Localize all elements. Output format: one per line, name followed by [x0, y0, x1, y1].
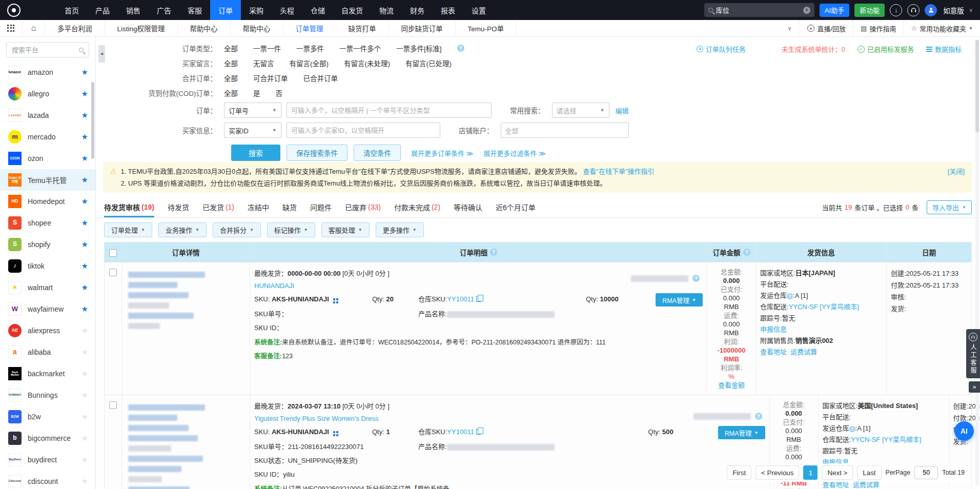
dispatch-link[interactable]: YYCN-SF [YY菜鸟顺丰] [851, 436, 921, 443]
sidebar-item-homedepot[interactable]: HDHomedepot★ [0, 191, 95, 212]
star-icon[interactable]: ★ [81, 434, 88, 443]
rma-manage-button[interactable]: RMA管理▼ [656, 293, 703, 307]
version-label[interactable]: 如意版 [943, 5, 964, 15]
view-address-link[interactable]: 查看地址 [823, 481, 849, 488]
view-amount-link[interactable]: 查看金额 [718, 381, 745, 389]
star-icon[interactable]: ★ [81, 111, 88, 120]
business-ops-button[interactable]: 业务操作▼ [158, 222, 207, 237]
page-scrollbar[interactable] [975, 39, 979, 486]
star-icon[interactable]: ★ [81, 197, 88, 206]
unbuilt-orders-stat[interactable]: 未生成系统单统计：0 [782, 44, 845, 54]
favorites-link[interactable]: ☆常用功能收藏夹▼ [903, 20, 980, 36]
home-icon[interactable]: ⌂ [23, 20, 45, 36]
customer-service-button[interactable]: 客服处理▼ [321, 222, 370, 237]
clear-conditions-button[interactable]: 清空条件 [354, 145, 401, 161]
avatar[interactable] [925, 4, 937, 16]
shop-account-input[interactable] [501, 123, 629, 138]
help-icon[interactable]: ? [787, 293, 793, 299]
tab-help-center-2[interactable]: 帮助中心 [231, 20, 283, 36]
row-checkbox[interactable] [109, 401, 117, 409]
data-metrics-link[interactable]: 数据指标 [926, 44, 962, 54]
declaration-link[interactable]: 申报信息 [760, 325, 787, 333]
sidebar-item-shopify[interactable]: Sshopify★ [0, 234, 95, 255]
filter-option[interactable]: 是 [253, 88, 260, 98]
help-icon[interactable]: ? [755, 413, 762, 420]
filter-option[interactable]: 有留言(全部) [290, 58, 329, 68]
nav-item-finance[interactable]: 财务 [402, 0, 433, 20]
nav-item-warehouse[interactable]: 仓储 [302, 0, 333, 20]
order-type-select[interactable]: 订单号▼ [224, 103, 281, 118]
filter-option[interactable]: 一票一件多个 [339, 43, 381, 53]
sidebar-item-lazada[interactable]: LAZADAlazada★ [0, 105, 95, 126]
filter-option[interactable]: 全部 [224, 73, 238, 83]
sidebar-item-aliexpress[interactable]: AEaliexpress★ [0, 320, 95, 341]
filter-option[interactable]: 可合并订单 [253, 73, 288, 83]
global-search[interactable]: × [704, 3, 814, 17]
save-search-button[interactable]: 保存搜索条件 [287, 145, 348, 161]
nav-item-firstmile[interactable]: 头程 [272, 0, 302, 20]
nav-item-product[interactable]: 产品 [87, 0, 118, 20]
filter-option[interactable]: 否 [276, 88, 283, 98]
filter-option[interactable]: 一票多件[标准] [396, 43, 442, 53]
copy-icon[interactable] [476, 296, 481, 302]
star-icon[interactable]: ★ [81, 326, 88, 335]
rma-manage-button[interactable]: RMA管理▼ [718, 426, 765, 439]
merge-split-button[interactable]: 合并拆分▼ [213, 222, 261, 237]
tab-oos-print[interactable]: 缺货打单 [336, 20, 389, 36]
nav-item-settings[interactable]: 设置 [463, 0, 494, 20]
tab-order-management[interactable]: 订单管理 [283, 20, 336, 36]
sidebar-item-wayfairnew[interactable]: Wwayfairnew★ [0, 298, 95, 320]
tab-temu-po[interactable]: Temu-PO单 [456, 20, 517, 36]
sidebar-item-backmarket[interactable]: Back Marketbackmarket★ [0, 363, 95, 384]
sidebar-scrollbar[interactable] [91, 82, 94, 159]
sidebar-item-temu[interactable]: TEMU 半托管Temu半托管★ [0, 169, 95, 191]
perpage-input[interactable] [914, 466, 938, 479]
star-icon[interactable]: ★ [81, 68, 88, 77]
sidebar-item-cdiscount[interactable]: Cdiscountcdiscount★ [0, 471, 95, 489]
star-icon[interactable]: ★ [81, 240, 88, 249]
sidebar-item-allegro[interactable]: allegro★ [0, 83, 95, 105]
tab-out-of-stock[interactable]: 缺货 [282, 197, 297, 217]
sidebar-item-b2w[interactable]: B2Wb2w★ [0, 406, 95, 427]
sidebar-item-alibaba[interactable]: aalibaba★ [0, 341, 95, 363]
chevron-down-icon[interactable]: ∨ [969, 7, 973, 13]
star-icon[interactable]: ★ [81, 412, 88, 421]
tabs-dropdown-chevron-icon[interactable]: ∨ [779, 25, 800, 32]
common-search-select[interactable]: 请选择▼ [552, 103, 609, 118]
star-icon[interactable]: ★ [81, 218, 88, 228]
nav-item-ads[interactable]: 广告 [149, 0, 179, 20]
tab-multi-platform-profit[interactable]: 多平台利润 [45, 20, 105, 36]
sidebar-item-tiktok[interactable]: ♪tiktok★ [0, 255, 95, 277]
sidebar-item-bigcommerce[interactable]: bbigcommerce★ [0, 427, 95, 449]
star-icon[interactable]: ★ [81, 369, 88, 378]
tab-awaiting-confirm[interactable]: 等待确认 [454, 197, 482, 217]
help-icon[interactable]: ? [743, 249, 750, 256]
clear-search-icon[interactable]: × [803, 7, 810, 14]
freight-trial-link[interactable]: 运费试算 [790, 348, 817, 356]
online-order-guide-link[interactable]: 查看"在线下单"操作指引 [583, 168, 654, 175]
operation-guide-link[interactable]: ▤操作指南 [853, 20, 903, 36]
filter-option[interactable]: 全部 [224, 43, 238, 53]
star-icon[interactable]: ★ [81, 89, 88, 98]
sidebar-item-ozon[interactable]: OZONozon★ [0, 148, 95, 169]
sidebar-item-buydirect[interactable]: BuyDirectbuydirect★ [0, 449, 95, 471]
prev-page-button[interactable]: < Previous [756, 465, 799, 480]
filter-option[interactable]: 全部 [224, 88, 238, 98]
page-1-button[interactable]: 1 [803, 465, 818, 480]
star-icon[interactable]: ★ [81, 391, 88, 400]
filter-collapse-handle[interactable]: ◀ [98, 45, 105, 63]
collapse-panel-button[interactable]: » [969, 381, 980, 393]
tab-pending-review[interactable]: 待发货审核(19) [104, 197, 154, 217]
filter-option[interactable]: 无留言 [253, 58, 274, 68]
tab-awaiting-ship[interactable]: 待发货 [168, 197, 189, 217]
nav-item-purchase[interactable]: 采购 [241, 0, 272, 20]
new-features-button[interactable]: 新功能 [854, 4, 885, 17]
nav-item-sales[interactable]: 销售 [118, 0, 149, 20]
help-icon[interactable]: ? [849, 426, 855, 432]
sidebar-item-bunnings[interactable]: BUNNINGSBunnings★ [0, 384, 95, 406]
label-service-enabled[interactable]: ✓已启用标发服务 [858, 44, 914, 54]
view-address-link[interactable]: 查看地址 [760, 348, 787, 356]
star-icon[interactable]: ★ [81, 132, 88, 141]
next-page-button[interactable]: Next > [822, 465, 853, 480]
sidebar-item-shopee[interactable]: Sshopee★ [0, 212, 95, 234]
